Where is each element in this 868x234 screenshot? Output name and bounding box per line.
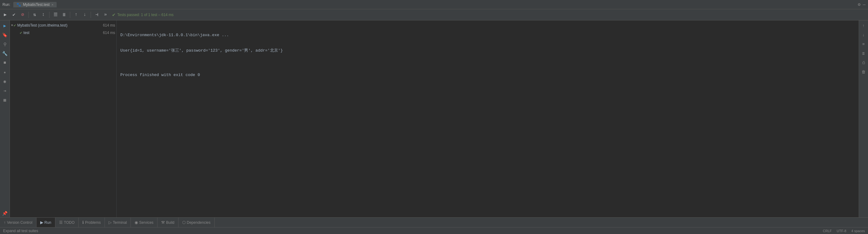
todo-label: TODO xyxy=(64,221,74,225)
rerun-button[interactable]: ↕ xyxy=(39,11,47,19)
find-sidebar-icon[interactable]: ⚲ xyxy=(1,40,9,48)
trash-right-icon[interactable]: 🗑 xyxy=(860,68,868,76)
minimize-icon[interactable]: — xyxy=(863,2,866,7)
tab-icon: 🐾 xyxy=(17,2,21,7)
problems-label: Problems xyxy=(85,221,101,225)
bottom-bar: ↑ Version Control ▶ Run ☰ TODO ℹ Problem… xyxy=(0,217,868,227)
console-line-2: User{id=1, username='张三', password='123'… xyxy=(120,47,855,54)
suite-time: 614 ms xyxy=(103,23,115,28)
camera-sidebar-icon[interactable]: ◉ xyxy=(1,77,9,85)
pin-sidebar-icon[interactable]: 📌 xyxy=(1,209,9,217)
title-bar-right: ⚙ — xyxy=(858,2,866,7)
build-icon: ⚒ xyxy=(161,220,165,225)
run-tab-icon: ▶ xyxy=(40,220,43,225)
star-sidebar-icon[interactable]: ★ xyxy=(1,68,9,76)
pass-badge: ✔ Tests passed: 1 of 1 test – 614 ms xyxy=(112,12,174,17)
separator2 xyxy=(49,12,50,18)
services-icon: ◉ xyxy=(134,220,138,225)
main-area: ▶ 🔖 ⚲ 🔧 ■ ★ ◉ ⇥ ▦ 📌 ▼ ✔ MybatisTest (com… xyxy=(0,21,868,217)
down-button[interactable]: ↓ xyxy=(81,11,89,19)
build-label: Build xyxy=(166,221,175,225)
prev-button[interactable]: ⊣ xyxy=(93,11,101,19)
dependencies-icon: ⬡ xyxy=(182,220,186,225)
left-sidebar: ▶ 🔖 ⚲ 🔧 ■ ★ ◉ ⇥ ▦ 📌 xyxy=(0,21,10,217)
suite-name: MybatisTest (com.itheima.test) xyxy=(17,23,103,28)
services-label: Services xyxy=(139,221,153,225)
status-bar: Expand all test suites CRLF UTF-8 4 spac… xyxy=(0,227,868,234)
test-check-icon: ✔ xyxy=(20,30,22,35)
up-button[interactable]: ↑ xyxy=(72,11,80,19)
test-suite-row[interactable]: ▼ ✔ MybatisTest (com.itheima.test) 614 m… xyxy=(10,22,116,29)
scroll-bottom-icon[interactable]: ↓ xyxy=(860,31,868,39)
separator1 xyxy=(28,12,29,18)
test-row[interactable]: ✔ test 614 ms xyxy=(10,29,116,36)
run-button[interactable]: ▶ xyxy=(1,11,9,19)
test-tree: ▼ ✔ MybatisTest (com.itheima.test) 614 m… xyxy=(10,21,116,217)
run-sidebar-icon[interactable]: ▶ xyxy=(1,22,9,30)
sort-alpha-button[interactable]: ☰ xyxy=(51,11,59,19)
settings-sidebar-icon[interactable]: 🔧 xyxy=(1,49,9,58)
console-line-4: Process finished with exit code 0 xyxy=(120,72,855,78)
import-sidebar-icon[interactable]: ⇥ xyxy=(1,87,9,95)
terminal-icon: ▷ xyxy=(108,220,112,225)
pass-text: Tests passed: 1 of 1 test – 614 ms xyxy=(117,13,174,17)
pass-check-icon: ✔ xyxy=(112,12,116,17)
sort-button[interactable]: ≣ xyxy=(60,11,68,19)
test-name: test xyxy=(24,31,103,35)
tab-name: MybatisTest.test xyxy=(23,2,50,7)
dependencies-tab[interactable]: ⬡ Dependencies xyxy=(179,218,215,227)
right-sidebar: ↑ ↓ ≡ ≣ ⎙ 🗑 xyxy=(859,21,868,217)
console-output: D:\Environments\jdk-11.0.0.1\bin\java.ex… xyxy=(117,21,859,217)
test-time: 614 ms xyxy=(103,31,115,35)
rerun-failed-button[interactable]: ⇅ xyxy=(31,11,39,19)
settings-gear-icon[interactable]: ⚙ xyxy=(858,2,860,7)
indentation-status[interactable]: 4 spaces xyxy=(851,229,865,233)
close-tab-button[interactable]: × xyxy=(51,3,53,6)
expand-arrow-icon: ▼ xyxy=(11,24,13,27)
list2-right-icon[interactable]: ≣ xyxy=(860,49,868,58)
terminal-tab[interactable]: ▷ Terminal xyxy=(105,218,131,227)
run-tab[interactable]: ▶ Run xyxy=(36,218,55,227)
run-tab-label: Run xyxy=(44,221,51,225)
separator4 xyxy=(91,12,91,18)
version-control-tab[interactable]: ↑ Version Control xyxy=(0,218,36,227)
status-right: CRLF UTF-8 4 spaces xyxy=(823,229,865,233)
stop-button[interactable]: ⊘ xyxy=(19,11,27,19)
todo-icon: ☰ xyxy=(59,220,63,225)
dependencies-label: Dependencies xyxy=(187,221,211,225)
grid-sidebar-icon[interactable]: ▦ xyxy=(1,96,9,104)
version-control-icon: ↑ xyxy=(4,220,6,225)
separator3 xyxy=(70,12,70,18)
title-tab[interactable]: 🐾 MybatisTest.test × xyxy=(13,2,56,7)
more-button[interactable]: » xyxy=(101,11,110,19)
bookmark-sidebar-icon[interactable]: 🔖 xyxy=(1,31,9,39)
build-tab[interactable]: ⚒ Build xyxy=(157,218,179,227)
line-ending-status[interactable]: CRLF xyxy=(823,229,832,233)
bottom-tabs: ↑ Version Control ▶ Run ☰ TODO ℹ Problem… xyxy=(0,218,868,227)
test-panel: ▼ ✔ MybatisTest (com.itheima.test) 614 m… xyxy=(10,21,117,217)
scroll-top-icon[interactable]: ↑ xyxy=(860,22,868,30)
stop-sidebar-icon[interactable]: ■ xyxy=(1,59,9,67)
suite-check-icon: ✔ xyxy=(13,23,16,28)
version-control-label: Version Control xyxy=(7,221,32,225)
run-label: Run: xyxy=(2,2,10,7)
list-right-icon[interactable]: ≡ xyxy=(860,40,868,48)
terminal-label: Terminal xyxy=(113,221,127,225)
toolbar: ▶ ✔ ⊘ ⇅ ↕ ☰ ≣ ↑ ↓ ⊣ » ✔ Tests passed: 1 … xyxy=(0,9,868,21)
todo-tab[interactable]: ☰ TODO xyxy=(55,218,79,227)
title-bar: Run: 🐾 MybatisTest.test × ⚙ — xyxy=(0,0,868,9)
check-button[interactable]: ✔ xyxy=(10,11,18,19)
encoding-status[interactable]: UTF-8 xyxy=(837,229,846,233)
problems-icon: ℹ xyxy=(82,220,84,225)
problems-tab[interactable]: ℹ Problems xyxy=(79,218,105,227)
expand-all-label: Expand all test suites xyxy=(3,229,38,233)
status-left: Expand all test suites xyxy=(3,229,818,233)
print-right-icon[interactable]: ⎙ xyxy=(860,59,868,67)
console-line-1: D:\Environments\jdk-11.0.0.1\bin\java.ex… xyxy=(120,32,855,38)
services-tab[interactable]: ◉ Services xyxy=(131,218,157,227)
